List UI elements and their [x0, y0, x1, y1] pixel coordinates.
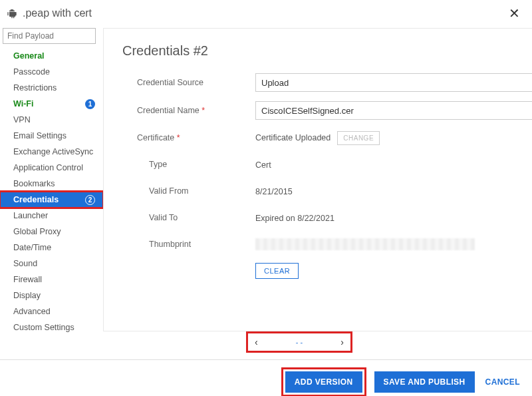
sidebar-item-label: Wi-Fi [13, 99, 33, 108]
sidebar-item-display[interactable]: Display [0, 288, 103, 303]
sidebar-item-label: Display [13, 291, 41, 300]
label-source: Credential Source [122, 78, 255, 87]
sidebar-item-globalproxy[interactable]: Global Proxy [0, 224, 103, 240]
pager: ‹ - - › [246, 331, 352, 353]
add-version-button[interactable]: ADD VERSION [285, 371, 362, 393]
footer-divider [0, 359, 532, 360]
sidebar-item-label: Restrictions [13, 83, 57, 93]
sidebar-item-label: Sound [13, 259, 37, 268]
label-valid-to: Valid To [122, 213, 255, 222]
label-thumbprint: Thumbprint [122, 240, 255, 249]
sidebar-item-label: General [13, 51, 45, 61]
label-valid-from: Valid From [122, 186, 255, 196]
sidebar-item-label: Application Control [13, 163, 83, 172]
input-name[interactable] [255, 101, 532, 120]
save-publish-button[interactable]: SAVE AND PUBLISH [374, 371, 475, 393]
value-valid-from: 8/21/2015 [255, 187, 293, 196]
sidebar-item-sound[interactable]: Sound [0, 256, 103, 272]
cancel-button[interactable]: CANCEL [483, 371, 523, 393]
input-source[interactable] [255, 73, 532, 92]
sidebar-item-label: Exchange ActiveSync [13, 147, 93, 156]
sidebar-item-vpn[interactable]: VPN [0, 112, 103, 128]
sidebar-item-email[interactable]: Email Settings [0, 128, 103, 144]
sidebar-item-label: Passcode [13, 67, 50, 77]
sidebar-item-exchange[interactable]: Exchange ActiveSync [0, 144, 103, 160]
sidebar-item-bookmarks[interactable]: Bookmarks [0, 176, 103, 192]
uploaded-text: Certificate Uploaded [255, 133, 331, 142]
clear-button[interactable]: CLEAR [255, 263, 299, 279]
sidebar-item-advanced[interactable]: Advanced [0, 303, 103, 319]
label-name: Credential Name [122, 106, 255, 115]
pager-next-icon[interactable]: › [340, 337, 344, 347]
dialog-header: .peap with cert ✕ [0, 0, 532, 25]
sidebar-item-general[interactable]: General [0, 48, 103, 64]
pager-indicator: - - [296, 338, 303, 346]
sidebar-item-label: Credentials [13, 195, 59, 204]
panel-heading: Credentials #2 [122, 43, 532, 59]
sidebar-item-datetime[interactable]: Date/Time [0, 240, 103, 256]
sidebar-item-appcontrol[interactable]: Application Control [0, 160, 103, 176]
label-type: Type [122, 160, 255, 169]
sidebar-item-restrictions[interactable]: Restrictions [0, 80, 103, 96]
badge-credentials: 2 [85, 195, 95, 205]
sidebar-item-label: Advanced [13, 307, 51, 316]
sidebar-item-label: VPN [13, 115, 31, 124]
value-thumbprint-redacted [255, 238, 475, 250]
sidebar-item-launcher[interactable]: Launcher [0, 208, 103, 224]
pager-prev-icon[interactable]: ‹ [255, 337, 258, 347]
sidebar-item-wifi[interactable]: Wi-Fi 1 [0, 96, 103, 112]
value-valid-to: Expired on 8/22/2021 [255, 214, 334, 223]
sidebar-item-customsettings[interactable]: Custom Settings [0, 319, 103, 335]
sidebar-item-label: Firewall [13, 275, 42, 284]
sidebar-item-label: Custom Settings [13, 323, 74, 332]
footer-actions: ADD VERSION SAVE AND PUBLISH CANCEL [281, 367, 523, 396]
sidebar-nav: General Passcode Restrictions Wi-Fi 1 VP… [0, 48, 103, 335]
add-version-highlight: ADD VERSION [281, 367, 366, 396]
sidebar-item-label: Launcher [13, 211, 48, 220]
sidebar-item-firewall[interactable]: Firewall [0, 272, 103, 288]
sidebar-item-label: Bookmarks [13, 179, 55, 188]
label-certificate: Certificate [122, 133, 255, 142]
sidebar-item-credentials[interactable]: Credentials 2 [0, 192, 103, 208]
sidebar-item-label: Date/Time [13, 243, 51, 252]
change-button[interactable]: CHANGE [337, 131, 380, 145]
close-icon[interactable]: ✕ [506, 5, 523, 21]
dialog-title: .peap with cert [23, 7, 506, 19]
sidebar-item-passcode[interactable]: Passcode [0, 64, 103, 80]
content-panel: Credentials #2 Credential Source Credent… [103, 28, 532, 331]
sidebar-item-label: Global Proxy [13, 227, 61, 236]
android-icon [7, 8, 17, 19]
search-input[interactable] [3, 28, 96, 44]
badge-wifi: 1 [85, 99, 95, 109]
sidebar-item-label: Email Settings [13, 131, 66, 140]
sidebar: General Passcode Restrictions Wi-Fi 1 VP… [0, 25, 103, 358]
value-type: Cert [255, 160, 271, 170]
